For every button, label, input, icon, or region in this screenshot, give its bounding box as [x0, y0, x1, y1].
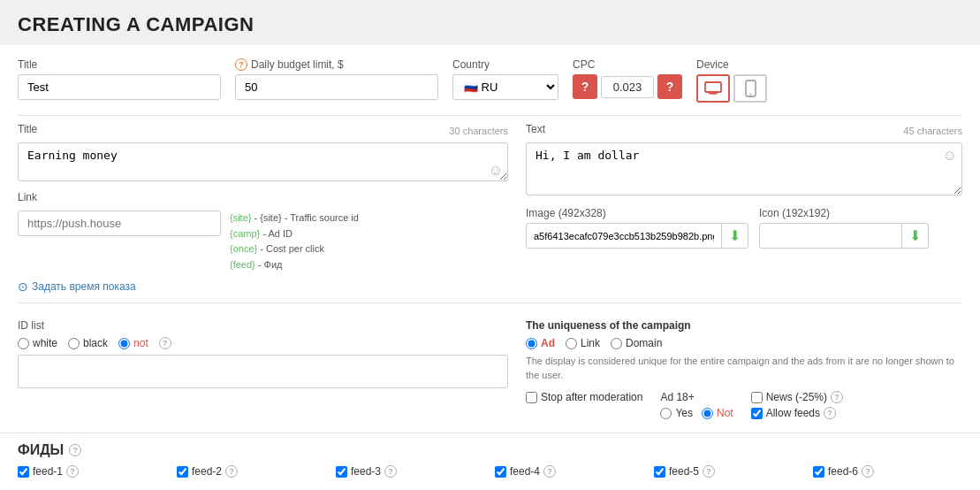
stop-after-mod-option: Stop after moderation — [526, 391, 642, 403]
uniqueness-domain-option[interactable]: Domain — [611, 337, 662, 349]
allow-feeds-option[interactable]: Allow feeds ? — [751, 407, 843, 419]
feed-4-checkbox[interactable] — [495, 466, 506, 478]
text-emoji-btn[interactable]: ☺ — [943, 148, 957, 164]
feed-2-label: feed-2 — [192, 465, 222, 478]
ad-title-wrap: Earning money ☺ — [18, 142, 508, 184]
id-list-not-option[interactable]: not — [118, 337, 148, 349]
campaign-title-input[interactable] — [18, 74, 221, 100]
id-list-white-option[interactable]: white — [18, 337, 57, 349]
page-header: CREATING A CAMPAIGN — [0, 0, 980, 45]
feed-item-6: feed-6 ? — [813, 465, 972, 478]
text-char-count: 45 characters — [903, 126, 962, 136]
text-field-wrap: Hi, I am dollar ☺ — [526, 142, 962, 198]
uniqueness-ad-radio[interactable] — [526, 338, 537, 349]
device-label: Device — [696, 58, 767, 71]
mobile-device-btn[interactable] — [733, 74, 767, 103]
ad-title-textarea[interactable]: Earning money — [18, 142, 508, 181]
ad18-not-radio[interactable] — [702, 408, 713, 419]
link-label: Link — [18, 191, 508, 203]
id-list-not-radio[interactable] — [118, 338, 130, 349]
image-input[interactable] — [527, 226, 721, 246]
link-section: Link {site} - {site} - Traffic source id… — [18, 191, 508, 272]
ad-title-char-count: 30 characters — [449, 126, 508, 136]
image-row: Image (492x328) ⬇ Icon (192x192) ⬇ — [526, 207, 962, 249]
right-options: News (-25%) ? Allow feeds ? — [751, 391, 843, 419]
feed-item-3: feed-3 ? — [336, 465, 495, 478]
options-row: Stop after moderation Ad 18+ Yes Not — [526, 391, 962, 419]
ad-title-label: Title — [18, 123, 37, 135]
feed-6-checkbox[interactable] — [813, 466, 824, 478]
icon-download-btn[interactable]: ⬇ — [901, 224, 928, 248]
ad18-not-option[interactable]: Not — [702, 407, 733, 419]
country-field-group: Country 🇷🇺 RU — [452, 58, 558, 100]
allow-feeds-checkbox[interactable] — [751, 408, 763, 419]
desktop-device-btn[interactable] — [696, 74, 730, 103]
emoji-btn[interactable]: ☺ — [489, 163, 503, 179]
stop-after-mod-label[interactable]: Stop after moderation — [526, 391, 642, 403]
country-select[interactable]: 🇷🇺 RU — [452, 74, 558, 100]
id-list-info-icon[interactable]: ? — [159, 337, 171, 349]
uniqueness-title: The uniqueness of the campaign — [526, 319, 962, 332]
text-label: Text — [526, 123, 545, 135]
right-col: Text 45 characters Hi, I am dollar ☺ Ima… — [526, 123, 962, 294]
budget-label: ? Daily budget limit, $ — [235, 58, 438, 71]
cpc-field-group: CPC ? 0.023 ? — [573, 58, 682, 99]
link-row: {site} - {site} - Traffic source id {cam… — [18, 211, 508, 272]
feed-5-info-icon[interactable]: ? — [703, 465, 715, 478]
icon-input[interactable] — [760, 226, 901, 246]
budget-field-group: ? Daily budget limit, $ — [235, 58, 438, 100]
feed-4-info-icon[interactable]: ? — [543, 465, 556, 478]
cpc-question-btn[interactable]: ? — [573, 74, 597, 99]
uniqueness-radio-group: Ad Link Domain — [526, 337, 962, 349]
id-list-white-radio[interactable] — [18, 338, 29, 349]
bottom-section: ID list white black not ? The un — [18, 310, 962, 419]
feed-6-info-icon[interactable]: ? — [862, 465, 874, 478]
title-label: Title — [18, 58, 221, 71]
id-list-black-option[interactable]: black — [68, 337, 108, 349]
feed-6-label: feed-6 — [828, 465, 858, 478]
left-col: Title 30 characters Earning money ☺ Link… — [18, 123, 508, 294]
id-list-col: ID list white black not ? — [18, 319, 508, 419]
feed-2-info-icon[interactable]: ? — [225, 465, 238, 478]
cpc-question-btn2[interactable]: ? — [657, 74, 682, 99]
feed-5-checkbox[interactable] — [654, 466, 665, 478]
budget-input[interactable] — [235, 74, 438, 100]
ad18-yes-radio[interactable] — [660, 408, 672, 419]
allow-feeds-info-icon[interactable]: ? — [824, 407, 836, 419]
news-checkbox[interactable] — [751, 392, 763, 403]
ad18-option: Ad 18+ Yes Not — [660, 391, 733, 419]
text-textarea[interactable]: Hi, I am dollar — [526, 142, 962, 195]
device-buttons — [696, 74, 767, 103]
feed-2-checkbox[interactable] — [177, 466, 188, 478]
budget-info-icon[interactable]: ? — [235, 58, 247, 71]
feed-1-checkbox[interactable] — [18, 466, 29, 478]
uniqueness-col: The uniqueness of the campaign Ad Link D… — [526, 319, 962, 419]
country-label: Country — [452, 58, 558, 71]
svg-rect-2 — [709, 93, 718, 95]
news-option[interactable]: News (-25%) ? — [751, 391, 843, 403]
image-download-btn[interactable]: ⬇ — [721, 224, 748, 248]
ad18-yes-option[interactable]: Yes — [660, 407, 693, 419]
uniqueness-link-option[interactable]: Link — [566, 337, 600, 349]
uniqueness-domain-radio[interactable] — [611, 338, 622, 349]
id-list-radio-group: white black not ? — [18, 337, 508, 349]
link-input[interactable] — [18, 211, 221, 236]
id-list-black-radio[interactable] — [68, 338, 80, 349]
show-time-link[interactable]: ⊙ Задать время показа — [18, 279, 508, 294]
feeds-row: feed-1 ? feed-2 ? feed-3 ? feed-4 ? feed… — [18, 465, 962, 478]
image-field: Image (492x328) ⬇ — [526, 207, 748, 249]
ad-title-row: Title 30 characters — [18, 123, 508, 139]
feed-3-info-icon[interactable]: ? — [384, 465, 397, 478]
feed-1-label: feed-1 — [33, 465, 63, 478]
feed-1-info-icon[interactable]: ? — [66, 465, 79, 478]
feeds-info-icon[interactable]: ? — [69, 444, 81, 456]
device-field-group: Device — [696, 58, 767, 103]
news-info-icon[interactable]: ? — [831, 391, 843, 403]
stop-after-mod-checkbox[interactable] — [526, 392, 537, 403]
id-list-textarea[interactable] — [18, 355, 508, 388]
uniqueness-ad-option[interactable]: Ad — [526, 337, 555, 349]
uniqueness-link-radio[interactable] — [566, 338, 577, 349]
feeds-title: ФИДЫ ? — [18, 442, 962, 458]
feed-3-checkbox[interactable] — [336, 466, 347, 478]
feed-item-5: feed-5 ? — [654, 465, 813, 478]
